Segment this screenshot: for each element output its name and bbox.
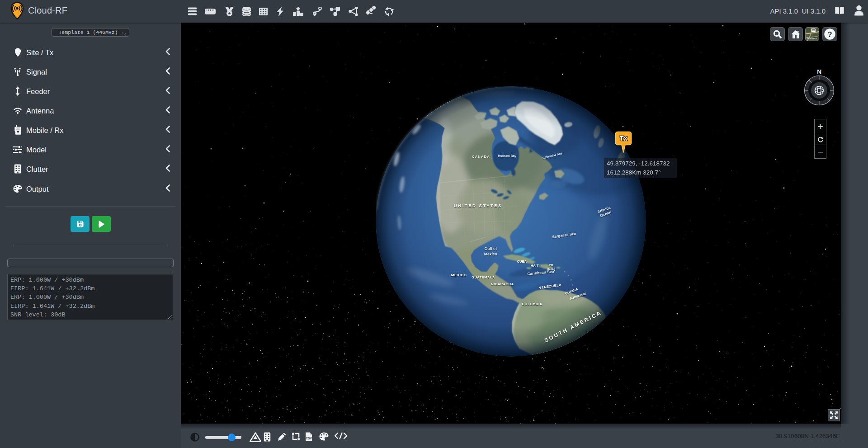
- svg-text:Malvern: Malvern: [807, 37, 817, 40]
- svg-text:Tx: Tx: [620, 135, 627, 142]
- svg-text:UNITED STATES: UNITED STATES: [454, 203, 502, 208]
- svg-text:NICARAGUA: NICARAGUA: [491, 282, 514, 286]
- svg-text:CUBA: CUBA: [517, 259, 527, 264]
- svg-text:GUATEMALA: GUATEMALA: [472, 275, 495, 279]
- svg-text:?: ?: [827, 30, 832, 39]
- svg-text:CSV: CSV: [306, 437, 312, 440]
- svg-text:HAITI: HAITI: [531, 264, 540, 268]
- svg-text:PR: PR: [549, 264, 553, 267]
- svg-text:202: 202: [812, 29, 816, 32]
- svg-text:CANADA: CANADA: [472, 155, 490, 159]
- svg-text:Hudson Bay: Hudson Bay: [498, 154, 516, 158]
- svg-text:MEXICO: MEXICO: [451, 273, 467, 277]
- svg-text:COLOMBIA: COLOMBIA: [522, 302, 542, 306]
